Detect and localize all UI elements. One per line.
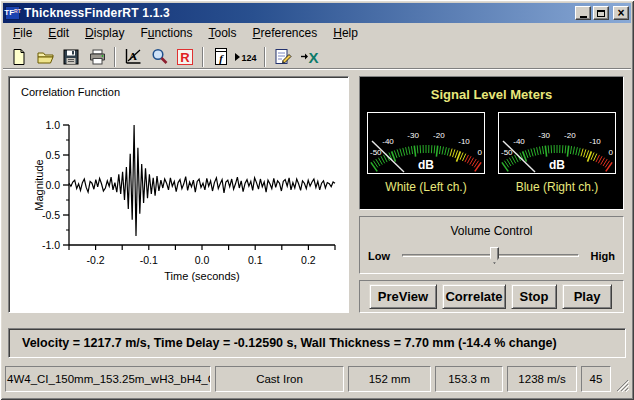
correlate-button[interactable]: Correlate [442, 284, 506, 309]
edit-log-icon [273, 47, 293, 66]
zoom-button[interactable] [147, 46, 171, 68]
svg-text:0.0: 0.0 [45, 179, 60, 191]
window-controls: × [575, 6, 629, 20]
svg-text:0.5: 0.5 [45, 149, 60, 161]
app-window: TFRT ThicknessFinderRT 1.1.3 × FileEditD… [0, 0, 634, 400]
client-area: Correlation Function 1.00.50.0-0.5-1.0Ma… [8, 76, 624, 313]
svg-text:1.0: 1.0 [45, 119, 60, 131]
status-bar: 4W4_CI_150mm_153.25m_wH3_bH4_O..Cast Iro… [5, 366, 629, 392]
svg-text:Magnitude: Magnitude [33, 159, 45, 210]
toolbar-separator [202, 47, 204, 67]
correlation-chart-panel: Correlation Function 1.00.50.0-0.5-1.0Ma… [8, 76, 349, 313]
svg-text:0.2: 0.2 [301, 254, 316, 266]
new-file-icon [10, 48, 28, 66]
menu-item-edit[interactable]: Edit [40, 24, 77, 43]
export-excel-button[interactable]: X [297, 46, 321, 68]
status-cell-1: 4W4_CI_150mm_153.25m_wH3_bH4_O.. [5, 366, 211, 392]
open-folder-icon [36, 48, 55, 66]
menu-item-preferences[interactable]: Preferences [245, 24, 326, 43]
svg-text:-0.1: -0.1 [140, 254, 158, 266]
svg-text:-10: -10 [458, 137, 470, 146]
meters-row: -50-40-30-20-100dBWhite (Left ch.)-50-40… [366, 112, 617, 194]
svg-text:-40: -40 [513, 137, 525, 146]
function-window-button[interactable]: f [209, 46, 233, 68]
save-icon [62, 48, 80, 66]
preview-button[interactable]: PreView [369, 284, 437, 309]
level-meter-right: -50-40-30-20-100dBBlue (Right ch.) [497, 112, 617, 194]
title-bar[interactable]: TFRT ThicknessFinderRT 1.1.3 × [3, 3, 631, 23]
minimize-button[interactable] [575, 6, 591, 20]
meter-face: -50-40-30-20-100dB [498, 112, 616, 174]
status-cell-2: Cast Iron [215, 366, 344, 392]
play-button[interactable]: Play [562, 284, 612, 309]
menu-item-display[interactable]: Display [77, 24, 132, 43]
transport-buttons-panel: PreViewCorrelateStopPlay [359, 280, 624, 313]
numeric-display-button[interactable]: 124 [235, 46, 259, 68]
svg-text:-20: -20 [433, 131, 445, 140]
print-icon [88, 48, 107, 66]
volume-row: Low High [368, 246, 615, 266]
plot-fit-button[interactable]: A [121, 46, 145, 68]
meter-channel-label: White (Left ch.) [385, 180, 466, 194]
right-column: Signal Level Meters -50-40-30-20-100dBWh… [359, 76, 624, 313]
app-icon-text: TF [4, 7, 14, 19]
plot-fit-icon: A [123, 47, 143, 66]
svg-text:R: R [180, 50, 190, 65]
window-title: ThicknessFinderRT 1.1.3 [24, 6, 575, 20]
meters-title: Signal Level Meters [366, 87, 617, 102]
svg-text:X: X [308, 48, 318, 65]
volume-high-label: High [591, 250, 615, 262]
svg-text:0.0: 0.0 [195, 254, 210, 266]
maximize-icon [597, 10, 605, 17]
r-marker-button[interactable]: R [173, 46, 197, 68]
minimize-icon [580, 16, 587, 18]
result-text: Velocity = 1217.7 m/s, Time Delay = -0.1… [9, 336, 557, 350]
volume-slider-thumb[interactable] [490, 247, 499, 264]
app-icon-subtext: RT [14, 7, 21, 16]
svg-text:0.1: 0.1 [248, 254, 263, 266]
svg-text:Time (seconds): Time (seconds) [164, 270, 239, 282]
level-meter-left: -50-40-30-20-100dBWhite (Left ch.) [366, 112, 486, 194]
volume-control-panel: Volume Control Low High [359, 216, 624, 274]
svg-text:124: 124 [242, 53, 257, 63]
svg-text:-30: -30 [538, 131, 550, 140]
status-cell-3: 152 mm [348, 366, 431, 392]
correlation-chart: 1.00.50.0-0.5-1.0Magnitude-0.2-0.10.00.1… [9, 101, 349, 310]
stop-button[interactable]: Stop [511, 284, 557, 309]
print-button[interactable] [85, 46, 109, 68]
open-folder-button[interactable] [33, 46, 57, 68]
svg-text:-1.0: -1.0 [42, 239, 60, 251]
svg-text:dB: dB [418, 158, 434, 172]
volume-slider[interactable] [398, 246, 583, 266]
close-icon: × [617, 8, 624, 19]
toolbar-separator [114, 47, 116, 67]
resize-grip[interactable] [615, 366, 629, 392]
menu-item-functions[interactable]: Functions [132, 24, 200, 43]
function-window-icon: f [213, 47, 229, 66]
numeric-display-icon: 124 [233, 48, 261, 66]
app-icon: TFRT [5, 6, 20, 20]
signal-level-meters-panel: Signal Level Meters -50-40-30-20-100dBWh… [359, 76, 624, 210]
save-button[interactable] [59, 46, 83, 68]
svg-text:0: 0 [609, 148, 614, 157]
menu-item-file[interactable]: File [5, 24, 40, 43]
svg-text:-20: -20 [564, 131, 576, 140]
resize-grip-icon [616, 379, 629, 392]
maximize-button[interactable] [593, 6, 609, 20]
status-cell-4: 153.3 m [435, 366, 503, 392]
close-button[interactable]: × [613, 6, 629, 20]
svg-text:-10: -10 [589, 137, 601, 146]
edit-log-button[interactable] [271, 46, 295, 68]
export-excel-icon: X [299, 48, 320, 66]
r-marker-icon: R [176, 48, 194, 66]
toolbar-separator [264, 47, 266, 67]
zoom-icon [150, 47, 169, 66]
menu-item-tools[interactable]: Tools [200, 24, 244, 43]
svg-text:dB: dB [549, 158, 565, 172]
svg-text:0: 0 [478, 148, 483, 157]
menu-item-help[interactable]: Help [325, 24, 366, 43]
new-file-button[interactable] [7, 46, 31, 68]
svg-text:-30: -30 [407, 131, 419, 140]
menu-bar: FileEditDisplayFunctionsToolsPreferences… [3, 23, 631, 44]
status-cell-5: 1238 m/s [507, 366, 577, 392]
